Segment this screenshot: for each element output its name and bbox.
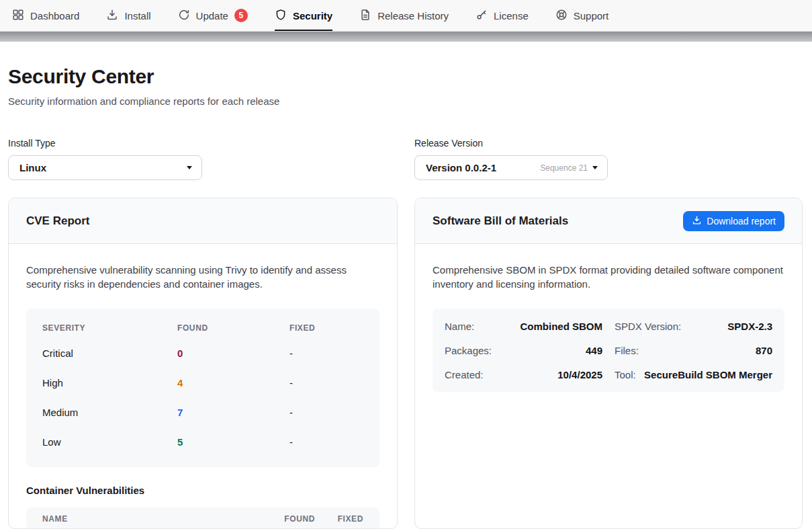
table-row: Created: 10/4/2025 Tool: SecureBuild SBO… bbox=[445, 362, 772, 386]
col-fixed: FIXED bbox=[289, 323, 363, 333]
nav-item-update[interactable]: Update 5 bbox=[178, 0, 248, 31]
nav-item-install[interactable]: Install bbox=[106, 0, 150, 31]
install-type-label: Install Type bbox=[8, 138, 202, 149]
sbom-card-title: Software Bill of Materials bbox=[433, 214, 568, 228]
severity-label: High bbox=[42, 377, 177, 389]
container-vulnerabilities-title: Container Vulnerabilities bbox=[26, 485, 379, 496]
sbom-tool-cell: Tool: SecureBuild SBOM Merger bbox=[615, 362, 772, 386]
install-type-group: Install Type Linux bbox=[8, 138, 202, 180]
nav-item-dashboard[interactable]: Dashboard bbox=[12, 0, 79, 31]
sbom-description: Comprehensive SBOM in SPDX format provid… bbox=[433, 263, 784, 291]
field-label: Files: bbox=[615, 345, 639, 356]
col-severity: SEVERITY bbox=[42, 323, 177, 333]
download-report-label: Download report bbox=[707, 216, 776, 227]
col-found: FOUND bbox=[177, 323, 289, 333]
found-count: 4 bbox=[177, 377, 289, 389]
nav-label: License bbox=[494, 10, 529, 22]
severity-label: Medium bbox=[42, 407, 177, 418]
severity-table-header: SEVERITY FOUND FIXED bbox=[42, 318, 363, 338]
cve-description: Comprehensive vulnerability scanning usi… bbox=[26, 263, 379, 291]
refresh-icon bbox=[178, 9, 190, 23]
field-label: Name: bbox=[445, 321, 474, 332]
found-count: 0 bbox=[177, 348, 289, 359]
grid-icon bbox=[12, 9, 24, 23]
field-value: Combined SBOM bbox=[521, 321, 603, 332]
field-label: SPDX Version: bbox=[615, 321, 681, 332]
col-fixed: FIXED bbox=[323, 514, 363, 524]
fixed-count: - bbox=[289, 436, 363, 448]
found-count: 5 bbox=[177, 436, 289, 448]
table-row-high: High 4 - bbox=[42, 368, 363, 397]
cve-card-title: CVE Report bbox=[26, 214, 89, 228]
download-report-button[interactable]: Download report bbox=[683, 211, 784, 231]
nav-label: Update bbox=[196, 10, 228, 22]
chevron-down-icon bbox=[592, 166, 598, 169]
field-label: Created: bbox=[445, 369, 484, 380]
table-row: Name: Combined SBOM SPDX Version: SPDX-2… bbox=[445, 314, 772, 338]
nav-label: Release History bbox=[377, 10, 449, 22]
cve-report-card: CVE Report Comprehensive vulnerability s… bbox=[8, 198, 398, 529]
field-value: 449 bbox=[586, 345, 602, 356]
download-icon bbox=[692, 215, 702, 227]
sbom-spdx-version-cell: SPDX Version: SPDX-2.3 bbox=[615, 314, 772, 338]
page-subtitle: Security information and compliance repo… bbox=[8, 95, 803, 107]
severity-label: Critical bbox=[42, 348, 177, 359]
container-table-header: NAME FOUND FIXED bbox=[26, 507, 379, 528]
lifebuoy-icon bbox=[555, 9, 568, 23]
table-row-low: Low 5 - bbox=[42, 427, 363, 456]
update-count-badge: 5 bbox=[234, 9, 248, 22]
table-row: Packages: 449 Files: 870 bbox=[445, 338, 772, 362]
nav-item-security[interactable]: Security bbox=[275, 0, 332, 31]
sbom-name-cell: Name: Combined SBOM bbox=[445, 314, 602, 338]
fixed-count: - bbox=[289, 407, 363, 418]
release-version-value: Version 0.0.2-1 bbox=[426, 162, 540, 173]
nav-label: Security bbox=[293, 10, 332, 22]
table-row-critical: Critical 0 - bbox=[42, 338, 363, 368]
install-type-value: Linux bbox=[19, 162, 187, 173]
chevron-down-icon bbox=[187, 166, 192, 169]
field-value: SPDX-2.3 bbox=[727, 321, 772, 332]
col-found: FOUND bbox=[272, 514, 315, 524]
sbom-card: Software Bill of Materials Download repo… bbox=[414, 198, 803, 529]
sbom-card-body: Comprehensive SBOM in SPDX format provid… bbox=[415, 244, 802, 392]
cards-row: CVE Report Comprehensive vulnerability s… bbox=[8, 198, 803, 529]
col-name: NAME bbox=[42, 514, 272, 524]
table-row-medium: Medium 7 - bbox=[42, 397, 363, 427]
nav-item-support[interactable]: Support bbox=[555, 0, 609, 31]
field-value: SecureBuild SBOM Merger bbox=[644, 369, 772, 380]
sequence-label: Sequence 21 bbox=[540, 163, 588, 173]
header-divider-band bbox=[0, 32, 812, 42]
page-title: Security Center bbox=[8, 65, 803, 89]
install-type-select[interactable]: Linux bbox=[8, 155, 202, 180]
nav-item-release-history[interactable]: Release History bbox=[359, 0, 449, 31]
severity-label: Low bbox=[42, 436, 177, 448]
nav-label: Dashboard bbox=[30, 10, 79, 22]
release-version-label: Release Version bbox=[414, 138, 608, 149]
field-label: Tool: bbox=[615, 369, 636, 380]
release-version-select[interactable]: Version 0.0.2-1 Sequence 21 bbox=[414, 155, 608, 180]
found-count: 7 bbox=[177, 407, 289, 418]
sbom-card-header: Software Bill of Materials Download repo… bbox=[415, 198, 802, 244]
nav-label: Support bbox=[574, 10, 609, 22]
field-value: 870 bbox=[756, 345, 772, 356]
field-value: 10/4/2025 bbox=[557, 369, 602, 380]
release-version-group: Release Version Version 0.0.2-1 Sequence… bbox=[414, 138, 608, 180]
top-navigation: Dashboard Install Update 5 Security Rele… bbox=[0, 0, 812, 32]
fixed-count: - bbox=[289, 377, 363, 389]
sbom-files-cell: Files: 870 bbox=[615, 338, 772, 362]
field-label: Packages: bbox=[445, 345, 492, 356]
filters-row: Install Type Linux Release Version Versi… bbox=[8, 138, 803, 180]
nav-label: Install bbox=[124, 10, 150, 22]
sbom-created-cell: Created: 10/4/2025 bbox=[445, 362, 602, 386]
shield-icon bbox=[275, 9, 287, 23]
sbom-packages-cell: Packages: 449 bbox=[445, 338, 602, 362]
document-icon bbox=[359, 9, 371, 23]
key-icon bbox=[476, 9, 488, 23]
main-content: Security Center Security information and… bbox=[0, 65, 812, 529]
fixed-count: - bbox=[289, 348, 363, 359]
sbom-info-table: Name: Combined SBOM SPDX Version: SPDX-2… bbox=[433, 309, 784, 392]
cve-card-header: CVE Report bbox=[9, 198, 397, 244]
nav-item-license[interactable]: License bbox=[476, 0, 529, 31]
cve-card-body: Comprehensive vulnerability scanning usi… bbox=[9, 244, 397, 528]
severity-table: SEVERITY FOUND FIXED Critical 0 - High 4… bbox=[26, 309, 379, 467]
